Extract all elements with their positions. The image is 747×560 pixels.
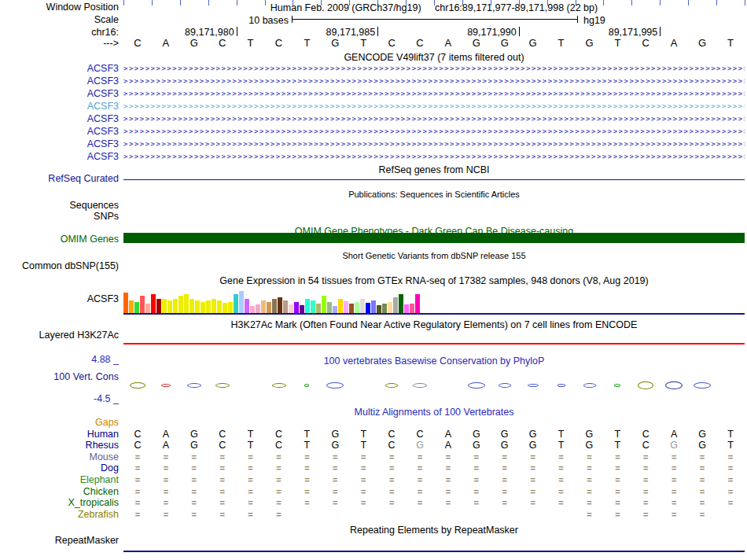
gtex-expression-bar[interactable] <box>283 300 288 313</box>
multiz-species-row[interactable]: Dog====================== <box>0 462 747 474</box>
gtex-expression-bar[interactable] <box>404 304 409 313</box>
gtex-expression-bar[interactable] <box>134 302 139 313</box>
multiz-species-row[interactable]: Gaps <box>0 417 747 429</box>
species-label[interactable]: Chicken <box>0 487 119 497</box>
gtex-expression-bar[interactable] <box>245 299 249 313</box>
gtex-expression-bar[interactable] <box>156 299 161 313</box>
gtex-expression-bar[interactable] <box>223 303 227 313</box>
gtex-expression-bar[interactable] <box>355 302 359 313</box>
gencode-item-label[interactable]: ACSF3 <box>0 114 119 124</box>
snps-label[interactable]: SNPs <box>0 212 119 222</box>
publications-title[interactable]: Publications: Sequences in Scientific Ar… <box>123 190 745 199</box>
dbsnp-title[interactable]: Short Genetic Variants from dbSNP releas… <box>123 251 745 260</box>
gtex-expression-bar[interactable] <box>311 300 315 313</box>
gtex-expression-bar[interactable] <box>371 300 376 313</box>
gtex-expression-bar[interactable] <box>234 294 238 313</box>
gtex-expression-bar[interactable] <box>349 304 354 313</box>
gtex-expression-bar[interactable] <box>250 306 255 313</box>
gencode-item-label[interactable]: ACSF3 <box>0 101 119 112</box>
gencode-item-label[interactable]: ACSF3 <box>0 152 119 162</box>
gtex-expression-bar[interactable] <box>360 299 365 313</box>
multiz-species-row[interactable]: X_tropicalis====================== <box>0 497 747 509</box>
gtex-expression-bar[interactable] <box>206 300 211 313</box>
gencode-transcript-row[interactable]: ACSF3>>>>>>>>>>>>>>>>>>>>>>>>>>>>>>>>>>>… <box>0 113 747 126</box>
gtex-expression-bar[interactable] <box>327 302 332 313</box>
gtex-expression-bar[interactable] <box>382 304 387 313</box>
gtex-expression-bar[interactable] <box>167 300 172 313</box>
gtex-expression-bar[interactable] <box>256 304 260 313</box>
gtex-expression-bar[interactable] <box>272 299 277 313</box>
gtex-expression-bar[interactable] <box>145 304 150 313</box>
gencode-item-label[interactable]: ACSF3 <box>0 89 119 99</box>
vert-cons-label[interactable]: 100 Vert. Cons <box>0 372 119 382</box>
gtex-expression-bar[interactable] <box>278 297 282 313</box>
phylop-title[interactable]: 100 vertebrates Basewise Conservation by… <box>123 356 745 367</box>
gencode-title[interactable]: GENCODE V49lift37 (7 items filtered out) <box>123 52 745 63</box>
gtex-expression-bar[interactable] <box>239 291 244 313</box>
gtex-expression-bar[interactable] <box>201 302 205 313</box>
gtex-expression-bar[interactable] <box>300 305 304 313</box>
gencode-transcript-row[interactable]: ACSF3>>>>>>>>>>>>>>>>>>>>>>>>>>>>>>>>>>>… <box>0 126 747 138</box>
gtex-expression-bar[interactable] <box>322 296 326 313</box>
gtex-expression-bar[interactable] <box>399 294 403 313</box>
gencode-transcript-row[interactable]: ACSF3>>>>>>>>>>>>>>>>>>>>>>>>>>>>>>>>>>>… <box>0 101 747 113</box>
gtex-expression-bar[interactable] <box>261 300 266 313</box>
multiz-species-row[interactable]: Chicken====================== <box>0 486 747 498</box>
omim-genes-label[interactable]: OMIM Genes <box>0 234 119 245</box>
multiz-species-row[interactable]: HumanCAGCTCTGTCCAGGGTGTCAGT <box>0 429 747 440</box>
gtex-expression-bar[interactable] <box>195 300 200 313</box>
gtex-expression-bar[interactable] <box>305 299 310 313</box>
gtex-expression-bar[interactable] <box>151 294 156 313</box>
gencode-transcript-row[interactable]: ACSF3>>>>>>>>>>>>>>>>>>>>>>>>>>>>>>>>>>>… <box>0 151 747 164</box>
gtex-gene-label[interactable]: ACSF3 <box>0 294 119 304</box>
gtex-expression-bar[interactable] <box>267 302 271 313</box>
gtex-expression-bar[interactable] <box>123 293 128 313</box>
gtex-expression-bar[interactable] <box>388 302 392 313</box>
species-label[interactable]: X_tropicalis <box>0 498 119 508</box>
gtex-expression-bar[interactable] <box>377 305 381 313</box>
multiz-species-row[interactable]: Mouse====================== <box>0 451 747 463</box>
h3k27ac-title[interactable]: H3K27Ac Mark (Often Found Near Active Re… <box>123 319 745 330</box>
gencode-transcript-row[interactable]: ACSF3>>>>>>>>>>>>>>>>>>>>>>>>>>>>>>>>>>>… <box>0 63 747 76</box>
gtex-expression-bar[interactable] <box>228 302 233 313</box>
multiz-species-row[interactable]: Zebrafish=========== <box>0 509 747 521</box>
omim-gene-bar[interactable] <box>123 233 745 243</box>
species-label[interactable]: Zebrafish <box>0 510 119 520</box>
species-label[interactable]: Human <box>0 429 119 440</box>
gtex-expression-bar[interactable] <box>344 301 348 313</box>
layered-h3k27ac-label[interactable]: Layered H3K27Ac <box>0 330 119 341</box>
refseq-curated-line[interactable] <box>123 179 745 180</box>
sequences-label[interactable]: Sequences <box>0 201 119 211</box>
species-label[interactable]: Rhesus <box>0 440 119 451</box>
gtex-expression-bar[interactable] <box>178 296 183 313</box>
refseq-curated-label[interactable]: RefSeq Curated <box>0 174 119 184</box>
multiz-species-row[interactable]: Elephant====================== <box>0 474 747 486</box>
species-label[interactable]: Mouse <box>0 452 119 462</box>
gencode-transcript-row[interactable]: ACSF3>>>>>>>>>>>>>>>>>>>>>>>>>>>>>>>>>>>… <box>0 88 747 101</box>
common-dbsnp-label[interactable]: Common dbSNP(155) <box>0 261 119 271</box>
gtex-expression-bar[interactable] <box>162 299 167 313</box>
species-label[interactable]: Dog <box>0 463 119 473</box>
gtex-expression-bar[interactable] <box>410 304 414 313</box>
gtex-expression-bar[interactable] <box>129 300 134 313</box>
species-label[interactable]: Elephant <box>0 475 119 485</box>
gtex-expression-bar[interactable] <box>217 300 222 313</box>
gtex-expression-bar[interactable] <box>415 294 420 313</box>
gencode-item-label[interactable]: ACSF3 <box>0 127 119 137</box>
gtex-expression-bar[interactable] <box>316 304 321 313</box>
gtex-expression-bar[interactable] <box>366 303 370 313</box>
gtex-expression-bar[interactable] <box>294 302 299 313</box>
gtex-expression-bar[interactable] <box>140 296 145 313</box>
gencode-item-label[interactable]: ACSF3 <box>0 64 119 74</box>
multiz-species-row[interactable]: RhesusCAGCTCTGTCGAGGGTGTCGGT <box>0 440 747 451</box>
gencode-item-label[interactable]: ACSF3 <box>0 139 119 149</box>
gtex-expression-bar[interactable] <box>338 299 343 313</box>
repeatmasker-label[interactable]: RepeatMasker <box>0 536 119 546</box>
gtex-expression-bar[interactable] <box>173 299 178 313</box>
gencode-item-label[interactable]: ACSF3 <box>0 76 119 87</box>
gencode-transcript-row[interactable]: ACSF3>>>>>>>>>>>>>>>>>>>>>>>>>>>>>>>>>>>… <box>0 138 747 151</box>
gtex-expression-bar[interactable] <box>190 299 194 313</box>
gtex-expression-bar[interactable] <box>393 297 398 313</box>
multiz-title[interactable]: Multiz Alignments of 100 Vertebrates <box>123 407 745 418</box>
gtex-expression-bar[interactable] <box>212 299 216 313</box>
